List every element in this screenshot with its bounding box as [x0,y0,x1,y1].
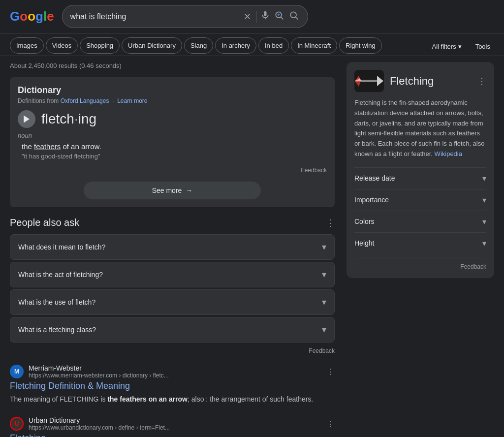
paa-feedback-area: Feedback [10,346,335,354]
dict-source-text: Definitions from [18,97,59,104]
paa-question-1: What is the act of fletching? [18,271,103,279]
logo-e: e [47,9,54,24]
results-count: About 2,450,000 results (0.46 seconds) [10,62,335,69]
result-snippet-0: The meaning of FLETCHING is the feathers… [10,394,335,405]
panel-feedback-button[interactable]: Feedback [460,263,486,270]
logo-o1: o [20,9,28,24]
dict-learn-more-link[interactable]: Learn more [117,97,147,104]
svg-marker-10 [355,81,361,87]
see-more-arrow-icon: → [186,187,192,194]
result-title-1[interactable]: Fletching [10,433,335,437]
dict-word-line: fletch·ing [18,110,327,128]
result-url-0: https://www.merriam-webster.com › dictio… [29,372,322,379]
word-dot: · [74,111,78,126]
panel-section-release-date[interactable]: Release date ▾ [354,167,486,189]
section-label-1: Importance [354,196,389,204]
tab-shopping[interactable]: Shopping [80,37,120,54]
dict-source: Definitions from Oxford Languages · Lear… [18,97,327,104]
all-filters-label: All filters [432,43,456,50]
svg-point-4 [290,12,296,18]
svg-line-5 [295,17,298,20]
word-text: fletch·ing [41,111,96,127]
google-logo: Google [10,9,54,24]
paa-feedback-button[interactable]: Feedback [309,347,335,354]
search-submit-button[interactable] [288,9,300,24]
paa-item-3[interactable]: What is a fletching class? ▾ [10,317,335,343]
tab-in-minecraft[interactable]: In Minecraft [291,37,337,54]
section-chevron-1-icon: ▾ [482,195,486,205]
tab-urban-dictionary[interactable]: Urban Dictionary [122,37,182,54]
paa-question-3: What is a fletching class? [18,326,96,334]
svg-marker-6 [24,116,30,123]
favicon-merriam-webster: M [10,365,24,378]
section-label-2: Colors [354,218,374,225]
panel-feedback-area: Feedback [354,258,486,270]
definition-example: "it has good-sized fletching" [22,153,327,160]
tab-videos[interactable]: Videos [46,37,78,54]
paa-item-0[interactable]: What does it mean to fletch? ▾ [10,234,335,260]
see-more-label: See more [152,187,182,194]
result-source-info-1: Urban Dictionary https://www.urbandictio… [29,416,322,431]
definition-highlight: feathers [34,142,61,151]
see-more-button[interactable]: See more → [84,182,261,199]
section-label-3: Height [354,239,374,247]
tab-in-bed[interactable]: In bed [258,37,289,54]
panel-description: Fletching is the fin-shaped aerodynamic … [354,98,486,159]
paa-chevron-0-icon: ▾ [322,242,326,252]
paa-menu-button[interactable]: ⋮ [326,218,335,228]
paa-question-0: What does it mean to fletch? [18,243,105,251]
nav-right: All filters ▾ Tools [428,39,494,54]
result-source-0: M Merriam-Webster https://www.merriam-we… [10,364,335,379]
all-filters-chevron-icon: ▾ [458,43,462,50]
section-chevron-3-icon: ▾ [482,239,486,248]
main-content: About 2,450,000 results (0.46 seconds) D… [0,56,504,437]
panel-title: Fletching [390,75,434,88]
logo-g2: g [35,9,43,24]
panel-menu-button[interactable]: ⋮ [477,76,486,87]
paa-chevron-1-icon: ▾ [322,269,326,280]
panel-image [354,70,384,92]
svg-rect-0 [264,11,266,16]
result-merriam-webster: M Merriam-Webster https://www.merriam-we… [10,364,335,405]
nav-tabs: Images Videos Shopping Urban Dictionary … [0,33,504,56]
tab-images[interactable]: Images [10,37,44,54]
audio-button[interactable] [18,110,35,128]
section-chevron-0-icon: ▾ [482,174,486,183]
dict-title: Dictionary [18,85,327,95]
svg-line-3 [281,17,283,20]
result-source-info-0: Merriam-Webster https://www.merriam-webs… [29,364,322,379]
definition: the feathers of an arrow. [22,142,327,151]
result-title-0[interactable]: Fletching Definition & Meaning [10,381,335,391]
result-url-1: https://www.urbandictionary.com › define… [29,424,322,431]
tab-in-archery[interactable]: In archery [215,37,256,54]
tools-button[interactable]: Tools [472,39,494,54]
header: Google ✕ [0,0,504,33]
logo-o2: o [28,9,35,24]
paa-question-2: What is the use of fletch? [18,298,95,306]
panel-title-row: Fletching ⋮ [390,75,486,88]
search-input[interactable] [70,12,239,21]
panel-header: Fletching ⋮ [354,70,486,92]
tab-slang[interactable]: Slang [184,37,213,54]
panel-section-importance[interactable]: Importance ▾ [354,189,486,211]
left-column: About 2,450,000 results (0.46 seconds) D… [10,62,335,437]
search-bar: ✕ [62,5,308,28]
mic-button[interactable] [260,10,270,23]
result-menu-0[interactable]: ⋮ [327,367,335,376]
result-menu-1[interactable]: ⋮ [327,419,335,429]
section-label-0: Release date [354,174,395,182]
svg-marker-8 [377,76,383,86]
dict-source-link[interactable]: Oxford Languages [61,97,109,104]
paa-item-1[interactable]: What is the act of fletching? ▾ [10,262,335,287]
paa-chevron-3-icon: ▾ [322,324,326,335]
wikipedia-link[interactable]: Wikipedia [435,150,462,157]
panel-section-height[interactable]: Height ▾ [354,232,486,254]
dict-feedback-button[interactable]: Feedback [301,167,327,174]
all-filters-button[interactable]: All filters ▾ [428,39,466,54]
clear-search-button[interactable]: ✕ [243,10,252,23]
panel-section-colors[interactable]: Colors ▾ [354,211,486,232]
tab-right-wing[interactable]: Right wing [339,37,382,54]
paa-item-2[interactable]: What is the use of fletch? ▾ [10,289,335,315]
dict-feedback-area: Feedback [18,166,327,174]
lens-button[interactable] [274,10,284,23]
